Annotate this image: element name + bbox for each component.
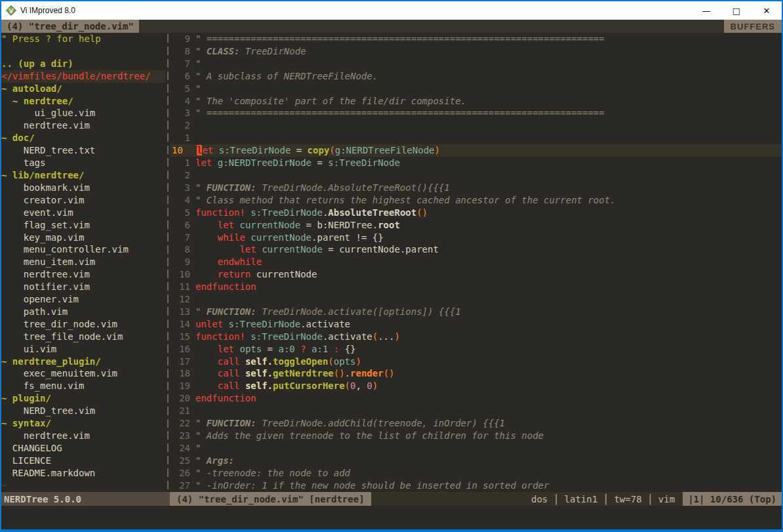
code-line[interactable]: 22" FUNCTION: TreeDirNode.addChild(treen…: [171, 417, 782, 430]
tree-item[interactable]: .. (up a dir): [1, 58, 165, 70]
tree-item[interactable]: exec_menuitem.vim: [1, 367, 165, 380]
code-line[interactable]: 17 call self.toggleOpen(opts): [171, 356, 782, 368]
tree-item[interactable]: event.vim: [1, 207, 165, 219]
code-line[interactable]: 3" FUNCTION: TreeDirNode.AbsoluteTreeRoo…: [171, 182, 782, 194]
code-line[interactable]: 13" FUNCTION: TreeDirNode.activate([opti…: [171, 306, 782, 318]
code-token: endfunction: [195, 393, 256, 403]
code-token: ): [394, 331, 399, 342]
position-status: |1| 10/636 (Top): [683, 492, 782, 506]
code-line[interactable]: 18 call self.getNerdtree().render(): [171, 367, 782, 380]
code-line[interactable]: 23" Adds the given treenode to the list …: [171, 430, 782, 442]
code-token: =: [262, 344, 278, 354]
code-token: ": [195, 455, 207, 466]
tree-item[interactable]: NERD_tree.vim: [1, 405, 165, 417]
tree-item[interactable]: LICENCE: [1, 455, 165, 467]
tree-item[interactable]: opener.vim: [1, 293, 165, 306]
code-line[interactable]: 16 let opts = a:0 ? a:1 : {}: [171, 343, 782, 356]
code-line[interactable]: 5": [171, 83, 782, 95]
main-area: " Press ? for help.. (up a dir)</vimfile…: [1, 33, 782, 492]
code-line[interactable]: 15function! s:TreeDirNode.activate(...): [171, 331, 782, 343]
code-line[interactable]: 10 return currentNode: [171, 268, 782, 281]
vim-logo-icon: V: [6, 5, 16, 16]
tree-item[interactable]: tree_file_node.vim: [1, 331, 165, 343]
line-number: 5: [171, 83, 190, 95]
tree-item[interactable]: creator.vim: [1, 194, 165, 207]
tree-item[interactable]: key_map.vim: [1, 232, 165, 244]
tree-item[interactable]: ~ plugin/: [1, 392, 165, 405]
code-line[interactable]: 2: [171, 169, 782, 182]
code-line[interactable]: 8" CLASS: TreeDirNode: [171, 45, 782, 58]
code-line[interactable]: 5function! s:TreeDirNode.AbsoluteTreeRoo…: [171, 207, 782, 219]
tree-item[interactable]: " Press ? for help: [1, 33, 165, 45]
tree-item[interactable]: ~ nerdtree/: [1, 95, 165, 108]
line-number: 12: [171, 293, 190, 306]
code-line[interactable]: 6" A subclass of NERDTreeFileNode.: [171, 70, 782, 83]
tree-item[interactable]: nerdtree.vim: [1, 119, 165, 132]
code-line[interactable]: 10let s:TreeDirNode = copy(g:NERDTreeFil…: [171, 144, 782, 157]
code-line[interactable]: 9 endwhile: [171, 256, 782, 268]
code-line[interactable]: 7 while currentNode.parent != {}: [171, 232, 782, 244]
code-token: :: [334, 344, 339, 354]
tree-item[interactable]: tags: [1, 157, 165, 169]
maximize-button[interactable]: □: [721, 1, 752, 20]
tree-item[interactable]: menu_controller.vim: [1, 243, 165, 256]
code-token: opts: [334, 356, 356, 367]
window-split-separator[interactable]: [165, 33, 171, 492]
code-token: .activate: [323, 331, 372, 342]
close-button[interactable]: ✕: [752, 1, 782, 20]
code-line[interactable]: 11endfunction: [171, 281, 782, 293]
code-line[interactable]: 4" The 'composite' part of the file/dir …: [171, 95, 782, 108]
line-number: 17: [171, 356, 190, 368]
tree-item[interactable]: ~ syntax/: [1, 417, 165, 430]
tree-item[interactable]: ~ autoload/: [1, 83, 165, 95]
code-line[interactable]: 24": [171, 442, 782, 455]
tree-item[interactable]: ui_glue.vim: [1, 107, 165, 119]
code-line[interactable]: 3" =====================================…: [171, 107, 782, 119]
tree-item[interactable]: ~ lib/nerdtree/: [1, 169, 165, 182]
code-line[interactable]: 12: [171, 293, 782, 306]
line-number: 25: [171, 455, 190, 467]
code-token: g:NERDTreeDirNode: [218, 157, 311, 168]
tree-item[interactable]: ~ doc/: [1, 132, 165, 144]
code-line[interactable]: 27" -inOrder: 1 if the new node should b…: [171, 480, 782, 492]
tree-item[interactable]: </vimfiles/bundle/nerdtree/: [1, 70, 165, 83]
code-token: (: [329, 145, 334, 155]
code-line[interactable]: 20endfunction: [171, 392, 782, 405]
line-number: 4: [171, 95, 190, 108]
code-line[interactable]: 26" -treenode: the node to add: [171, 467, 782, 480]
code-line[interactable]: 9" =====================================…: [171, 33, 782, 45]
code-line[interactable]: 19 call self.putCursorHere(0, 0): [171, 380, 782, 392]
tree-item[interactable]: bookmark.vim: [1, 182, 165, 194]
tree-item[interactable]: ui.vim: [1, 343, 165, 356]
tree-item[interactable]: NERD_tree.txt: [1, 144, 165, 157]
tree-item[interactable]: path.vim: [1, 306, 165, 318]
minimize-button[interactable]: —: [691, 1, 721, 20]
tree-item[interactable]: CHANGELOG: [1, 442, 165, 455]
code-token: Args:: [207, 455, 234, 466]
code-line[interactable]: 1: [171, 132, 782, 144]
line-number: 5: [171, 207, 190, 219]
code-line[interactable]: 8 let currentNode = currentNode.parent: [171, 243, 782, 256]
tree-item[interactable]: nerdtree.vim: [1, 430, 165, 442]
tree-item[interactable]: README.markdown: [1, 467, 165, 480]
code-line[interactable]: 25" Args:: [171, 455, 782, 467]
code-token: " A subclass of NERDTreeFileNode.: [195, 71, 378, 81]
code-line[interactable]: 1let g:NERDTreeDirNode = s:TreeDirNode: [171, 157, 782, 169]
active-tab[interactable]: (4) "tree_dir_node.vim": [1, 20, 139, 33]
tree-item[interactable]: notifier.vim: [1, 281, 165, 293]
code-line[interactable]: 2: [171, 119, 782, 132]
code-token: " The 'composite' part of the file/dir c…: [195, 96, 466, 106]
code-line[interactable]: 7": [171, 58, 782, 70]
tree-item[interactable]: ~ nerdtree_plugin/: [1, 356, 165, 368]
tree-item[interactable]: fs_menu.vim: [1, 380, 165, 392]
tree-item[interactable]: tree_dir_node.vim: [1, 318, 165, 331]
tree-item[interactable]: flag_set.vim: [1, 219, 165, 232]
code-token: let: [239, 244, 256, 255]
code-line[interactable]: 6 let currentNode = b:NERDTree.root: [171, 219, 782, 232]
code-line[interactable]: 4" Class method that returns the highest…: [171, 194, 782, 207]
tree-item[interactable]: menu_item.vim: [1, 256, 165, 268]
code-line[interactable]: 14unlet s:TreeDirNode.activate: [171, 318, 782, 331]
tree-item[interactable]: nerdtree.vim: [1, 268, 165, 281]
code-line[interactable]: 21: [171, 405, 782, 417]
nerdtree-status: NERDTree 5.0.0: [1, 492, 170, 506]
